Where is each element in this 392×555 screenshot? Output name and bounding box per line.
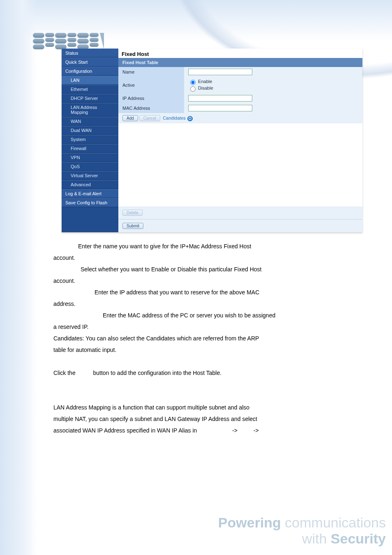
nav-wan[interactable]: WAN (62, 117, 118, 126)
row-active-label: Active (118, 77, 184, 93)
table-header: Fixed Host Table (118, 58, 362, 67)
doc-arrow-1: -> (232, 427, 238, 434)
cancel-button[interactable]: Cancel (139, 115, 160, 121)
submit-button[interactable]: Submit (122, 223, 143, 229)
nav-configuration[interactable]: Configuration (62, 67, 118, 76)
tag-word-powering: Powering (218, 515, 281, 530)
host-list-empty-area (122, 123, 358, 206)
doc-name-line1: Enter the name you want to give for the … (78, 243, 251, 250)
nav-save-config[interactable]: Save Config to Flash (62, 198, 118, 207)
tag-word-with: with (302, 531, 327, 546)
doc-lanmap-line3a: associated WAN IP Address specified in W… (53, 427, 197, 434)
delete-button[interactable]: Delete (122, 210, 143, 216)
nav-system[interactable]: System (62, 135, 118, 144)
radio-disable-wrap[interactable]: Disable (188, 86, 213, 90)
nav-quick-start[interactable]: Quick Start (62, 58, 118, 67)
candidates-icon[interactable]: O (187, 116, 193, 121)
doc-click-line-a: Click the (53, 370, 76, 376)
doc-click-line-b: button to add the configuration into the… (93, 370, 221, 376)
doc-ip-line1: Enter the IP address that you want to re… (95, 289, 259, 296)
nav-firewall[interactable]: Firewall (62, 144, 118, 153)
router-admin-screenshot: Status Quick Start Configuration LAN Eth… (62, 49, 362, 232)
radio-enable[interactable] (190, 80, 196, 85)
footer-tagline: Powering communications with Security (218, 515, 386, 547)
name-input[interactable] (188, 69, 252, 75)
radio-disable-label: Disable (198, 86, 213, 90)
page-left-stripe (0, 0, 37, 555)
nav-dual-wan[interactable]: Dual WAN (62, 126, 118, 135)
radio-enable-wrap[interactable]: Enable (188, 79, 212, 84)
nav-advanced[interactable]: Advanced (62, 180, 118, 189)
candidates-link[interactable]: Candidates (163, 116, 186, 120)
row-ip-label: IP Address (118, 93, 184, 103)
doc-active-line2: account. (53, 278, 75, 284)
mac-input[interactable] (188, 105, 252, 111)
brand-logo (33, 33, 104, 50)
tag-word-security: Security (331, 531, 386, 546)
nav-lan[interactable]: LAN (62, 76, 118, 85)
nav-vpn[interactable]: VPN (62, 153, 118, 162)
nav-ethernet[interactable]: Ethernet (62, 85, 118, 94)
fixed-host-table: Fixed Host Table Name Active Enable Disa… (118, 58, 362, 232)
doc-lanmap-line2: multiple NAT, you can specify a subnet a… (53, 416, 257, 422)
nav-log-alert[interactable]: Log & E-mail Alert (62, 189, 118, 198)
document-text: Enter the name you want to give for the … (53, 240, 357, 436)
nav-lan-mapping[interactable]: LAN Address Mapping (62, 103, 118, 117)
router-content: Fixed Host Fixed Host Table Name Active … (118, 49, 362, 232)
add-button[interactable]: Add (122, 115, 138, 121)
doc-cand-line1: Candidates: You can also select the Cand… (53, 335, 259, 342)
ip-input[interactable] (188, 95, 252, 102)
nav-status[interactable]: Status (62, 49, 118, 58)
radio-enable-label: Enable (198, 79, 212, 84)
panel-title: Fixed Host (118, 49, 362, 58)
doc-mac-line1: Enter the MAC address of the PC or serve… (103, 312, 275, 319)
row-mac-label: MAC Address (118, 103, 184, 113)
doc-mac-line2: a reserved IP. (53, 324, 88, 330)
radio-disable[interactable] (190, 86, 196, 92)
router-sidebar: Status Quick Start Configuration LAN Eth… (62, 49, 118, 232)
tag-word-communications: communications (285, 515, 386, 530)
doc-cand-line2: table for automatic input. (53, 347, 116, 353)
nav-vserver[interactable]: Virtual Server (62, 171, 118, 180)
doc-arrow-2: -> (254, 427, 259, 434)
doc-active-line1: Select whether you want to Enable or Dis… (81, 266, 261, 273)
doc-name-line2: account. (53, 254, 75, 261)
nav-dhcp[interactable]: DHCP Server (62, 94, 118, 103)
row-name-label: Name (118, 67, 184, 77)
doc-lanmap-line1: LAN Address Mapping is a function that c… (53, 404, 249, 411)
doc-ip-line2: address. (53, 301, 76, 307)
nav-qos[interactable]: QoS (62, 162, 118, 171)
